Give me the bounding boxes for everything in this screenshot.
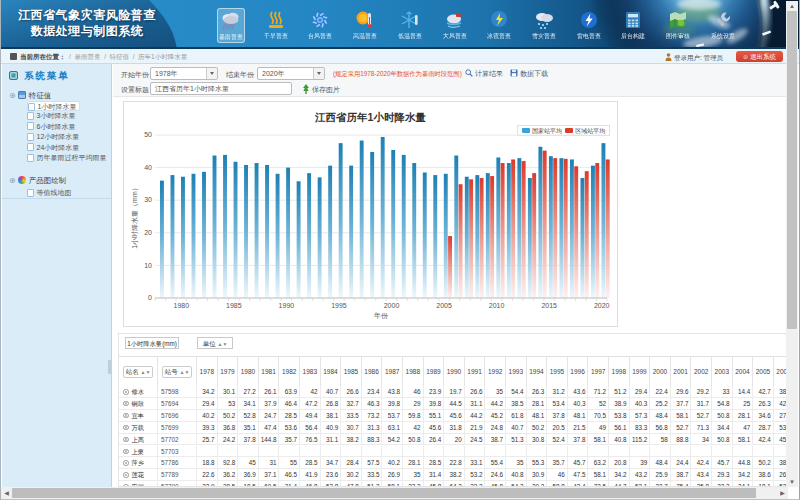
svg-text:1990: 1990 bbox=[279, 302, 295, 309]
svg-text:2000: 2000 bbox=[384, 302, 400, 309]
svg-text:2020: 2020 bbox=[594, 302, 610, 309]
svg-text:50: 50 bbox=[144, 131, 152, 138]
svg-text:2015: 2015 bbox=[541, 302, 557, 309]
svg-text:1980: 1980 bbox=[173, 302, 189, 309]
svg-text:40: 40 bbox=[144, 164, 152, 171]
svg-text:10: 10 bbox=[144, 262, 152, 269]
svg-text:2005: 2005 bbox=[436, 302, 452, 309]
svg-text:1小时降水量（mm）: 1小时降水量（mm） bbox=[131, 184, 139, 249]
svg-text:30: 30 bbox=[144, 196, 152, 203]
svg-text:0: 0 bbox=[148, 294, 152, 301]
svg-text:1985: 1985 bbox=[226, 302, 242, 309]
svg-text:1995: 1995 bbox=[331, 302, 347, 309]
svg-text:20: 20 bbox=[144, 229, 152, 236]
svg-text:2010: 2010 bbox=[489, 302, 505, 309]
svg-text:年份: 年份 bbox=[374, 312, 389, 320]
